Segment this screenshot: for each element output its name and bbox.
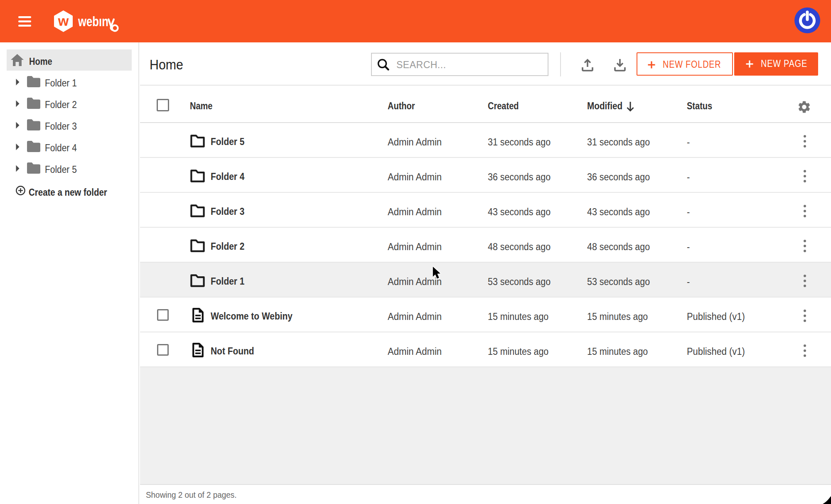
svg-text:webın: webın xyxy=(78,14,108,29)
svg-text:w: w xyxy=(58,13,69,29)
